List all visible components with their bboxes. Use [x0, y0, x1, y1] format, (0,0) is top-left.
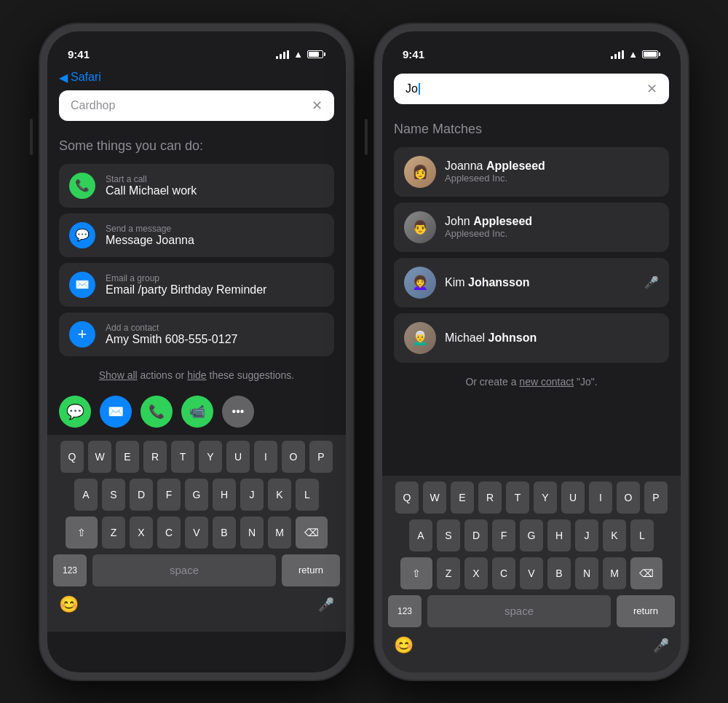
key2-n[interactable]: N — [575, 557, 598, 589]
key2-return[interactable]: return — [617, 595, 675, 627]
key-return[interactable]: return — [282, 554, 340, 586]
wifi-icon: ▲ — [293, 49, 303, 60]
key-o[interactable]: O — [282, 441, 305, 473]
key2-u[interactable]: U — [561, 482, 585, 514]
key2-x[interactable]: X — [464, 557, 488, 589]
create-prefix: Or create a — [465, 376, 519, 388]
key-shift[interactable]: ⇧ — [66, 517, 98, 549]
key-d[interactable]: D — [130, 479, 153, 511]
key-c[interactable]: C — [157, 517, 181, 549]
key2-z[interactable]: Z — [437, 557, 460, 589]
key2-o[interactable]: O — [617, 482, 640, 514]
phone-app-icon[interactable]: 📞 — [141, 396, 173, 428]
action-call[interactable]: 📞 Start a call Call Michael work — [59, 164, 334, 208]
email-icon: ✉️ — [69, 272, 95, 298]
key-p[interactable]: P — [309, 441, 333, 473]
wifi-icon-2: ▲ — [628, 49, 638, 60]
facetime-app-icon[interactable]: 📹 — [181, 396, 213, 428]
contact-name-michael: Michael Johnson — [445, 331, 659, 345]
emoji-key-1[interactable]: 😊 — [59, 595, 79, 614]
messages-app-icon[interactable]: 💬 — [59, 396, 91, 428]
key2-s[interactable]: S — [437, 519, 460, 551]
key2-k[interactable]: K — [603, 519, 626, 551]
action-message-title: Message Joanna — [106, 234, 194, 247]
key2-y[interactable]: Y — [534, 482, 557, 514]
key-b[interactable]: B — [213, 517, 236, 549]
key2-c[interactable]: C — [492, 557, 515, 589]
mic-key-2[interactable]: 🎤 — [653, 637, 669, 653]
key2-e[interactable]: E — [451, 482, 474, 514]
key-s[interactable]: S — [102, 479, 125, 511]
action-message[interactable]: 💬 Send a message Message Joanna — [59, 213, 334, 257]
key2-t[interactable]: T — [506, 482, 529, 514]
key-x[interactable]: X — [130, 517, 153, 549]
key-v[interactable]: V — [185, 517, 208, 549]
key2-b[interactable]: B — [547, 557, 571, 589]
key-u[interactable]: U — [226, 441, 250, 473]
key2-q[interactable]: Q — [395, 482, 419, 514]
action-add-contact[interactable]: + Add a contact Amy Smith 608-555-0127 — [59, 313, 334, 356]
contact-john[interactable]: 👨 John Appleseed Appleseed Inc. — [394, 203, 669, 252]
key2-r[interactable]: R — [478, 482, 502, 514]
more-app-icon[interactable]: ••• — [222, 396, 254, 428]
key-g[interactable]: G — [185, 479, 208, 511]
call-icon: 📞 — [69, 173, 95, 199]
key2-l[interactable]: L — [630, 519, 654, 551]
mic-key-1[interactable]: 🎤 — [318, 597, 334, 613]
mail-app-icon[interactable]: ✉️ — [100, 396, 132, 428]
action-email[interactable]: ✉️ Email a group Email /party Birthday R… — [59, 263, 334, 307]
key-e[interactable]: E — [116, 441, 139, 473]
key2-h[interactable]: H — [547, 519, 571, 551]
emoji-key-2[interactable]: 😊 — [394, 636, 414, 655]
key2-space[interactable]: space — [427, 595, 611, 627]
key2-p[interactable]: P — [644, 482, 668, 514]
key2-w[interactable]: W — [423, 482, 446, 514]
key-y[interactable]: Y — [199, 441, 222, 473]
back-label[interactable]: Safari — [71, 71, 101, 84]
contact-kim[interactable]: 👩‍🦱 Kim Johansson 🎤 — [394, 258, 669, 307]
key-j[interactable]: J — [240, 479, 264, 511]
contact-joanna[interactable]: 👩 Joanna Appleseed Appleseed Inc. — [394, 147, 669, 197]
key-i[interactable]: I — [254, 441, 277, 473]
safari-back[interactable]: ◀ Safari — [59, 68, 334, 90]
search-clear-1[interactable]: ✕ — [312, 98, 323, 114]
search-clear-2[interactable]: ✕ — [646, 81, 657, 97]
key2-g[interactable]: G — [520, 519, 543, 551]
key-delete[interactable]: ⌫ — [296, 517, 328, 549]
key2-123[interactable]: 123 — [388, 595, 422, 627]
new-contact-link[interactable]: new contact — [519, 376, 574, 388]
key2-f[interactable]: F — [492, 519, 515, 551]
notch-2 — [484, 31, 579, 52]
key-r[interactable]: R — [143, 441, 167, 473]
key-n[interactable]: N — [240, 517, 264, 549]
hide-link[interactable]: hide — [187, 369, 206, 381]
key2-shift[interactable]: ⇧ — [400, 557, 432, 589]
key-f[interactable]: F — [157, 479, 181, 511]
contact-name-kim: Kim Johansson — [445, 276, 636, 289]
show-all-link[interactable]: Show all — [99, 369, 138, 381]
key-t[interactable]: T — [171, 441, 194, 473]
key-l[interactable]: L — [296, 479, 319, 511]
key-123[interactable]: 123 — [53, 554, 87, 586]
search-bar-2[interactable]: Jo ✕ — [394, 74, 669, 104]
key2-i[interactable]: I — [589, 482, 612, 514]
key2-j[interactable]: J — [575, 519, 598, 551]
key2-a[interactable]: A — [409, 519, 432, 551]
key-w[interactable]: W — [88, 441, 111, 473]
key2-d[interactable]: D — [464, 519, 488, 551]
search-bar-1[interactable]: Cardhop ✕ — [59, 90, 334, 121]
keyboard-row-2-1: Q W E R T Y U I O P — [385, 482, 678, 514]
contact-name-bold-joanna: Appleseed — [486, 160, 545, 172]
contact-michael[interactable]: 👨‍🦳 Michael Johnson — [394, 313, 669, 363]
key-m[interactable]: M — [268, 517, 291, 549]
key-q[interactable]: Q — [60, 441, 84, 473]
key2-m[interactable]: M — [603, 557, 626, 589]
key2-v[interactable]: V — [520, 557, 543, 589]
key-space[interactable]: space — [92, 554, 276, 586]
key-z[interactable]: Z — [102, 517, 125, 549]
key-h[interactable]: H — [213, 479, 236, 511]
key2-delete[interactable]: ⌫ — [630, 557, 662, 589]
key-k[interactable]: K — [268, 479, 291, 511]
key-a[interactable]: A — [74, 479, 98, 511]
signal-icon-2 — [611, 50, 624, 59]
